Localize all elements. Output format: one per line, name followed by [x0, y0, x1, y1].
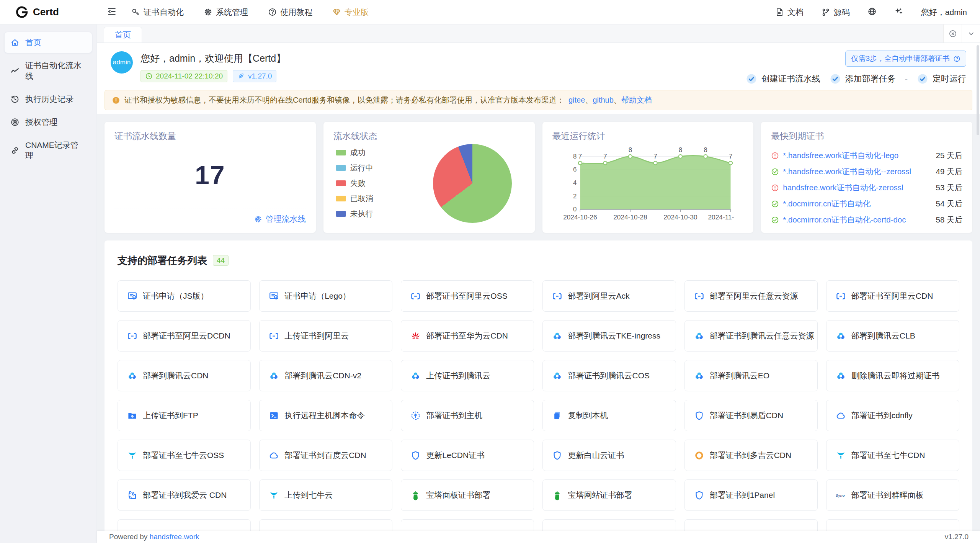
expiring-cert-link[interactable]: handsfree.work证书自动化-zerossl [783, 182, 929, 193]
greeting-block: 您好，admin，欢迎使用【Certd】 2024-11-02 22:10:20… [140, 50, 286, 82]
task-card-label: 部署证书到群晖面板 [851, 490, 927, 500]
sidebar-item-history[interactable]: 执行历史记录 [5, 89, 92, 110]
legend-swatch [336, 165, 346, 171]
task-card[interactable]: 部署到阿里云Ack [542, 280, 676, 312]
task-card[interactable]: 部署证书到cdnfly [826, 400, 959, 431]
date-badge-text: 2024-11-02 22:10:20 [156, 72, 223, 80]
task-card[interactable]: 部署证书至阿里云CDN [826, 280, 959, 312]
deploy-tasks-grid: 证书申请（JS版）证书申请（Lego）部署证书至阿里云OSS部署到阿里云Ack部… [118, 280, 959, 543]
legend-item-4[interactable]: 未执行 [336, 209, 373, 219]
legend-item-1[interactable]: 运行中 [336, 163, 373, 173]
task-card[interactable]: 上传证书到阿里云 [259, 320, 392, 352]
nav-item-label: 系统管理 [216, 7, 248, 18]
alert-link-github[interactable]: github [593, 96, 614, 104]
task-card[interactable]: 部署证书到我爱云 CDN [118, 479, 251, 511]
sidebar-item-trend[interactable]: 证书自动化流水线 [5, 55, 92, 87]
sidebar-collapse-button[interactable] [107, 7, 117, 18]
task-card[interactable]: 执行远程主机脚本命令 [259, 400, 392, 431]
auto-deploy-steps-label: 仅需3步，全自动申请部署证书 [851, 54, 950, 64]
task-card[interactable]: 部署证书至七牛云OSS [118, 440, 251, 471]
task-card[interactable]: 部署到腾讯云CDN-v2 [259, 360, 392, 391]
alert-link-gitee[interactable]: gitee [568, 96, 585, 104]
check-circle-icon [746, 73, 757, 85]
chevron-down-icon [967, 29, 975, 38]
task-card[interactable]: 上传证书到FTP [118, 400, 251, 431]
task-card[interactable]: 证书申请（JS版） [118, 280, 251, 312]
card-title: 证书流水线数量 [114, 130, 306, 142]
top-link-doc[interactable]: 文档 [775, 7, 804, 18]
task-card[interactable]: 部署到腾讯云CLB [826, 320, 959, 352]
task-card[interactable]: Syno部署证书到群晖面板 [826, 479, 959, 511]
task-card[interactable]: 部署证书至阿里云OSS [401, 280, 534, 312]
alert-links: gitee、github、帮助文档 [568, 95, 652, 105]
task-card[interactable]: 更新白山云证书 [542, 440, 676, 471]
task-card[interactable]: 部署证书到腾讯云任意云资源 [684, 320, 818, 352]
nav-item-gear[interactable]: 系统管理 [204, 7, 248, 18]
expiring-cert-link[interactable]: *.handsfree.work证书自动化--zerossl [783, 166, 929, 177]
alert-link-帮助文档[interactable]: 帮助文档 [621, 96, 652, 104]
brand[interactable]: Certd [0, 6, 97, 19]
step-label: 定时运行 [933, 73, 966, 85]
task-card[interactable]: 部署证书到腾讯云COS [542, 360, 676, 391]
task-card[interactable]: 部署证书到多吉云CDN [684, 440, 818, 471]
sidebar-item-link[interactable]: CNAME记录管理 [5, 135, 92, 166]
sparkles-button[interactable] [894, 7, 903, 17]
legend-swatch [336, 150, 346, 155]
user-menu[interactable]: 您好，admin [921, 7, 967, 18]
sidebar-item-target[interactable]: 授权管理 [5, 112, 92, 132]
auto-deploy-steps-button[interactable]: 仅需3步，全自动申请部署证书 [845, 51, 966, 67]
scrollbar-thumb[interactable] [977, 45, 979, 135]
expiring-cert-link[interactable]: *.docmirror.cn证书自动化-certd-doc [783, 214, 929, 225]
task-card[interactable]: 部署至阿里云任意云资源 [684, 280, 818, 312]
task-card[interactable]: 部署到腾讯云EO [684, 360, 818, 391]
globe-button[interactable] [867, 7, 877, 17]
svg-text:7: 7 [653, 152, 657, 160]
nav-item-question[interactable]: 使用教程 [268, 7, 312, 18]
expiring-cert-link[interactable]: *.handsfree.work证书自动化-lego [783, 150, 929, 161]
sidebar-item-home[interactable]: 首页 [5, 32, 92, 53]
task-card[interactable]: 更新LeCDN证书 [401, 440, 534, 471]
task-card-label: 部署证书到主机 [426, 410, 485, 421]
task-card-label: 部署证书至阿里云OSS [426, 291, 510, 301]
expiring-cert-link[interactable]: *.docmirror.cn证书自动化 [783, 198, 929, 209]
legend-item-0[interactable]: 成功 [336, 147, 373, 158]
task-card[interactable]: 上传到七牛云 [259, 479, 392, 511]
target-icon [10, 118, 20, 127]
task-card[interactable]: 部署证书到1Panel [684, 479, 818, 511]
legend-item-3[interactable]: 已取消 [336, 193, 373, 204]
svg-text:8: 8 [573, 153, 577, 160]
top-link-branch[interactable]: 源码 [821, 7, 850, 18]
task-card[interactable]: 部署证书到易盾CDN [684, 400, 818, 431]
task-card[interactable]: 部署证书至七牛CDN [826, 440, 959, 471]
task-card[interactable]: 上传证书到腾讯云 [401, 360, 534, 391]
deploy-tasks-panel: 支持的部署任务列表 44 证书申请（JS版）证书申请（Lego）部署证书至阿里云… [105, 240, 972, 543]
tab-menu-button[interactable] [962, 25, 980, 43]
task-card[interactable]: 复制到本机 [542, 400, 676, 431]
task-card-label: 部署到腾讯云CDN [143, 370, 212, 381]
task-card[interactable]: 宝塔网站证书部署 [542, 479, 676, 511]
nav-item-pro[interactable]: 专业版 [332, 7, 369, 18]
handsfree-link[interactable]: handsfree.work [150, 533, 199, 541]
brand-name: Certd [33, 6, 59, 18]
footer-powered: Powered by handsfree.work [109, 533, 199, 541]
task-card[interactable]: 部署证书至华为云CDN [401, 320, 534, 352]
legend-swatch [336, 196, 346, 201]
task-card[interactable]: 部署证书到主机 [401, 400, 534, 431]
tab-close-all-button[interactable] [943, 25, 962, 43]
svg-text:Syno: Syno [836, 493, 845, 497]
nav-item-key[interactable]: 证书自动化 [131, 7, 184, 18]
task-card[interactable]: 部署证书到百度云CDN [259, 440, 392, 471]
step-1: 创建证书流水线 [746, 73, 820, 85]
task-card[interactable]: 部署到腾讯云TKE-ingress [542, 320, 676, 352]
tab-home[interactable]: 首页 [104, 27, 142, 43]
sidebar-item-label: CNAME记录管理 [25, 140, 86, 161]
task-card[interactable]: 部署到腾讯云CDN [118, 360, 251, 391]
task-card[interactable]: 部署证书至阿里云DCDN [118, 320, 251, 352]
manage-pipelines-link[interactable]: 管理流水线 [254, 214, 306, 224]
task-card[interactable]: 证书申请（Lego） [259, 280, 392, 312]
deploy-tasks-title: 支持的部署任务列表 [118, 254, 207, 267]
task-card[interactable]: 宝塔面板证书部署 [401, 479, 534, 511]
task-card[interactable]: 删除腾讯云即将过期证书 [826, 360, 959, 391]
legend-item-2[interactable]: 失败 [336, 178, 373, 188]
doc-icon [775, 8, 784, 17]
